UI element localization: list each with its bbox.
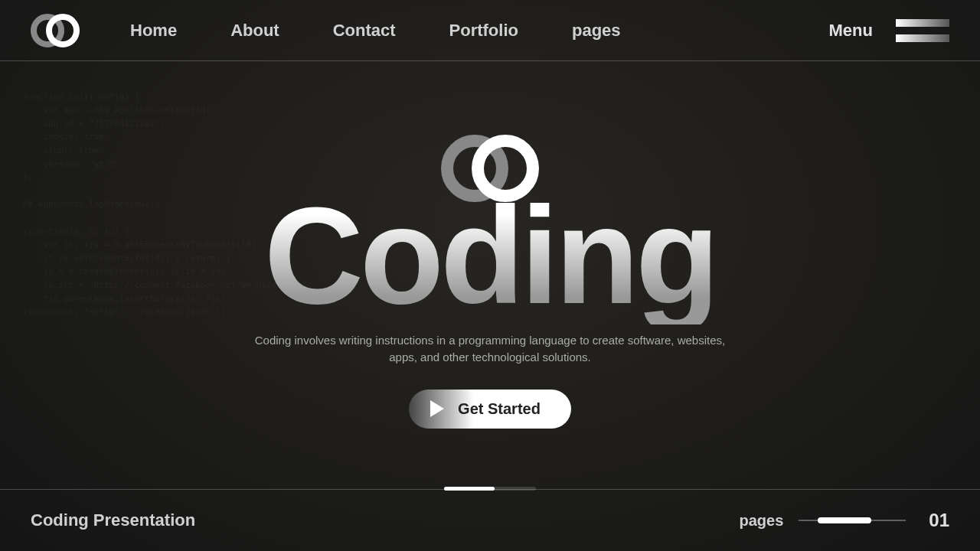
slider-thumb (818, 517, 871, 523)
page-slider[interactable] (799, 520, 906, 521)
brand-logo[interactable] (31, 11, 84, 50)
nav-portfolio[interactable]: Portfolio (449, 21, 518, 41)
nav-home[interactable]: Home (130, 21, 177, 41)
hero-title: Coding (264, 187, 716, 324)
hamburger-icon[interactable] (896, 19, 949, 42)
header: Home About Contact Portfolio pages Menu (0, 0, 980, 61)
hero-section: Coding Coding involves writing instructi… (0, 61, 980, 490)
menu-label[interactable]: Menu (829, 21, 873, 41)
footer: Coding Presentation pages 01 (0, 490, 980, 551)
play-icon (430, 400, 444, 417)
nav-pages[interactable]: pages (572, 21, 621, 41)
hero-description: Coding involves writing instructions in … (245, 332, 735, 367)
cta-label: Get Started (458, 400, 541, 418)
logo-icon (31, 11, 84, 50)
presentation-title: Coding Presentation (31, 510, 739, 530)
nav-contact[interactable]: Contact (333, 21, 396, 41)
get-started-button[interactable]: Get Started (409, 390, 571, 429)
main-nav: Home About Contact Portfolio pages (130, 21, 829, 41)
pages-label: pages (739, 512, 783, 530)
page-number: 01 (929, 510, 949, 531)
nav-about[interactable]: About (230, 21, 279, 41)
